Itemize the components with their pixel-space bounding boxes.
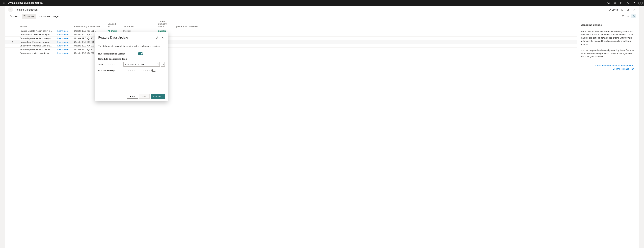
svg-point-29 (12, 42, 13, 42)
user-avatar[interactable]: IK (638, 1, 643, 5)
saved-indicator: Saved (608, 8, 619, 11)
table-row[interactable]: Enable new templates user experienceLear… (5, 44, 577, 48)
action-bar-right (620, 14, 636, 18)
expand-icon[interactable] (155, 36, 159, 40)
search-icon (10, 15, 12, 18)
app-launcher-icon[interactable] (1, 0, 7, 6)
run-background-toggle[interactable] (138, 52, 143, 55)
table-row[interactable]: Enable improvements to integrated em…Lea… (5, 36, 577, 40)
help-icon[interactable] (631, 0, 637, 6)
page-title: Feature Management (16, 8, 38, 11)
more-options-button[interactable] (161, 62, 165, 66)
check-icon (609, 9, 611, 11)
release-plan-link[interactable]: See the Release Plan (613, 68, 634, 70)
feature-name-cell[interactable]: Enable improvements to integrated em… (15, 36, 55, 40)
feature-name-cell[interactable]: Enable Item Reference feature (15, 40, 55, 44)
edit-list-action[interactable]: Edit List (22, 14, 36, 18)
row-arrow-icon (7, 41, 9, 43)
page-action[interactable]: Page (52, 14, 60, 18)
edit-list-icon (23, 15, 26, 18)
learn-more-link[interactable]: Learn more (57, 48, 68, 51)
svg-rect-7 (4, 4, 4, 4)
back-button[interactable] (8, 7, 13, 12)
bookmark-icon[interactable] (620, 8, 624, 12)
update-date-cell (173, 51, 577, 55)
action-bar-left: Search Edit List Data Update Page (8, 14, 60, 18)
col-status[interactable]: Current Company Status (156, 19, 173, 29)
col-update-date[interactable]: Update Start Date/Time (173, 19, 577, 29)
info-pane-icon[interactable] (631, 14, 636, 18)
list-layout-icon[interactable] (626, 15, 630, 18)
learn-more-link[interactable]: Learn more (57, 33, 68, 36)
flag-icon[interactable] (618, 0, 624, 6)
info-pane: Managing change Some new features are tu… (577, 19, 639, 248)
schedule-button[interactable]: Schedule (150, 94, 165, 98)
next-button[interactable]: Next (139, 94, 150, 98)
collapse-icon[interactable] (631, 8, 636, 12)
data-update-label: Data Update (38, 15, 50, 18)
learn-more-link[interactable]: Learn more (57, 52, 68, 54)
search-icon[interactable] (606, 0, 612, 6)
list-pane: Feature Automatically enabled from Enabl… (5, 19, 577, 248)
feature-name-cell[interactable]: Enable new templates user experience (15, 44, 55, 48)
start-datetime-input[interactable] (124, 62, 156, 66)
get-started-link[interactable]: Try it out (123, 30, 131, 32)
page-action-label: Page (53, 15, 58, 18)
col-enabled-for[interactable]: Enabled for (106, 19, 121, 29)
learn-more-link[interactable]: Learn more (57, 44, 68, 47)
update-date-cell (173, 48, 577, 51)
feature-name-cell[interactable]: Enable improvements to the Payment R… (15, 48, 55, 51)
svg-rect-2 (5, 2, 5, 2)
learn-more-feature-mgmt-link[interactable]: Learn more about feature management. (595, 64, 634, 67)
feature-data-update-dialog: Feature Data Update The data update task… (95, 32, 168, 101)
row-more-icon[interactable] (11, 40, 14, 44)
learn-more-link[interactable]: Learn more (57, 30, 68, 32)
data-update-action[interactable]: Data Update (36, 14, 52, 18)
table-row[interactable]: Performance - Disable Integration Man…Le… (5, 33, 577, 36)
run-immediately-label: Run Immediately (98, 69, 126, 72)
svg-rect-3 (3, 3, 4, 3)
svg-rect-4 (4, 3, 4, 3)
run-background-label: Run In Background Session (98, 52, 126, 55)
page-header-actions: Saved (608, 8, 636, 12)
svg-point-41 (162, 64, 162, 64)
settings-icon[interactable] (625, 0, 630, 6)
learn-more-link[interactable]: Learn more (57, 41, 68, 43)
table-row[interactable]: Feature Update: Action bar in dialogsLea… (5, 29, 577, 33)
update-date-cell (173, 29, 577, 33)
global-header: Dynamics 365 Business Central IK (0, 0, 644, 6)
calendar-icon[interactable] (156, 62, 160, 66)
col-get-started[interactable]: Get started (121, 19, 156, 29)
svg-line-10 (609, 3, 610, 4)
table-row[interactable]: Enable Item Reference featureLearn moreU… (5, 40, 577, 44)
filter-icon[interactable] (620, 15, 625, 18)
feature-name-cell[interactable]: Feature Update: Action bar in dialogs (15, 29, 55, 33)
col-auto[interactable]: Automatically enabled from (72, 19, 106, 29)
table-row[interactable]: Enable new pricing experienceLearn moreU… (5, 51, 577, 55)
info-paragraph-1: Some new features are turned off when Dy… (580, 30, 634, 46)
notifications-icon[interactable] (612, 0, 618, 6)
edit-list-label: Edit List (27, 15, 34, 18)
open-window-icon[interactable] (626, 8, 630, 12)
run-background-row: Run In Background Session · · · · · · (98, 52, 165, 55)
table-row[interactable]: Enable improvements to the Payment R…Lea… (5, 48, 577, 51)
action-bar: Search Edit List Data Update Page (5, 14, 639, 19)
global-actions: IK (606, 0, 643, 6)
run-immediately-toggle[interactable] (151, 69, 156, 72)
update-date-cell (173, 44, 577, 48)
search-action-label: Search (13, 15, 20, 18)
saved-label: Saved (612, 8, 618, 11)
feature-name-cell[interactable]: Enable new pricing experience (15, 51, 55, 55)
dialog-title: Feature Data Update (98, 36, 128, 40)
back-button[interactable]: Back (127, 94, 138, 98)
update-date-cell (173, 40, 577, 44)
learn-more-link[interactable]: Learn more (57, 37, 68, 40)
run-immediately-row: Run Immediately · · · · · · · · · · · · … (98, 69, 165, 72)
col-feature[interactable]: Feature (15, 19, 55, 29)
update-date-cell (173, 33, 577, 36)
svg-point-30 (12, 42, 13, 43)
svg-point-43 (163, 64, 164, 64)
search-action[interactable]: Search (8, 14, 22, 18)
close-icon[interactable] (160, 36, 165, 40)
feature-name-cell[interactable]: Performance - Disable Integration Man… (15, 33, 55, 36)
